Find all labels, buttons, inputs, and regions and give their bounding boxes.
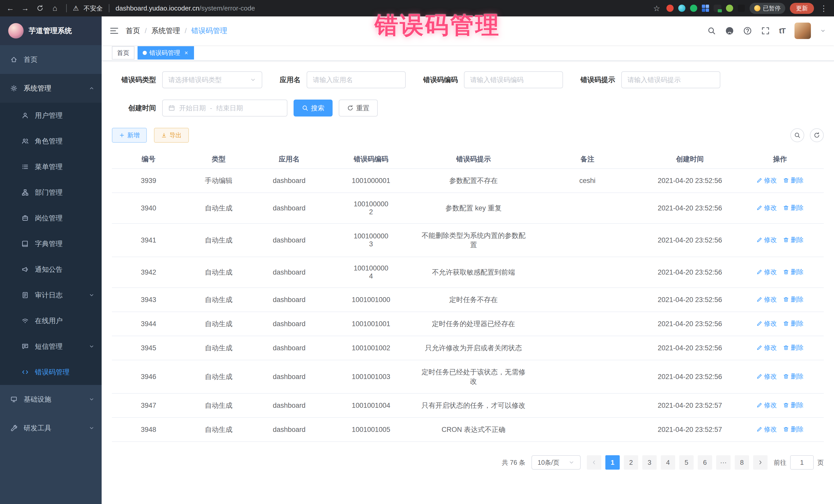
paused-badge[interactable]: 已暂停 xyxy=(750,3,785,14)
sidebar-item-online-user[interactable]: 在线用户 xyxy=(0,308,102,334)
extension-icon[interactable] xyxy=(690,5,697,12)
edit-button[interactable]: 修改 xyxy=(756,268,777,276)
extension-icon[interactable] xyxy=(678,5,685,12)
back-icon[interactable]: ← xyxy=(5,4,15,13)
chevron-down-icon[interactable] xyxy=(820,28,826,34)
extension-icon[interactable] xyxy=(702,5,709,12)
user-avatar[interactable] xyxy=(794,23,811,39)
goto-page-input[interactable] xyxy=(790,455,814,469)
sidebar-item-dict[interactable]: 字典管理 xyxy=(0,231,102,257)
prev-page-button[interactable] xyxy=(587,455,601,469)
edit-button[interactable]: 修改 xyxy=(756,203,777,212)
browser-chrome: ← → ⌂ ⚠ 不安全 dashboard.yudao.iocoder.cn/s… xyxy=(0,0,834,17)
error-hint-input[interactable] xyxy=(628,76,714,84)
cell-app: dashboard xyxy=(252,312,326,336)
delete-button[interactable]: 删除 xyxy=(783,319,804,328)
update-button[interactable]: 更新 xyxy=(790,3,814,14)
page-button[interactable]: 6 xyxy=(698,455,712,469)
cell-app: dashboard xyxy=(252,193,326,223)
question-icon[interactable] xyxy=(743,26,752,35)
sidebar-item-user[interactable]: 用户管理 xyxy=(0,103,102,128)
delete-button[interactable]: 删除 xyxy=(783,425,804,434)
delete-button[interactable]: 删除 xyxy=(783,343,804,352)
sidebar-item-post[interactable]: 岗位管理 xyxy=(0,205,102,231)
delete-button[interactable]: 删除 xyxy=(783,176,804,184)
page-button[interactable]: 3 xyxy=(642,455,657,469)
extension-icon[interactable] xyxy=(666,5,674,12)
date-range-picker[interactable]: 开始日期 - 结束日期 xyxy=(162,100,287,116)
fullscreen-icon[interactable] xyxy=(761,26,770,35)
table-row: 3944自动生成dashboard1001001001定时任务的处理器已经存在2… xyxy=(112,312,824,336)
export-button[interactable]: 导出 xyxy=(154,128,189,143)
toggle-search-button[interactable] xyxy=(790,128,804,142)
sidebar-item-home[interactable]: 首页 xyxy=(0,45,102,74)
delete-button[interactable]: 删除 xyxy=(783,401,804,409)
field-error-type: 错误码类型 请选择错误码类型 xyxy=(112,71,262,88)
address-bar[interactable]: dashboard.yudao.iocoder.cn/system/error-… xyxy=(115,4,647,12)
total-count: 共 76 条 xyxy=(502,458,525,467)
cell-time: 2021-04-20 23:52:56 xyxy=(643,223,736,257)
delete-button[interactable]: 删除 xyxy=(783,236,804,244)
github-icon[interactable] xyxy=(725,26,734,35)
sidebar-item-dept[interactable]: 部门管理 xyxy=(0,180,102,205)
hamburger-icon[interactable] xyxy=(110,27,118,35)
delete-button[interactable]: 删除 xyxy=(783,372,804,380)
app-name-input[interactable] xyxy=(313,76,399,84)
sidebar-item-dev-tools[interactable]: 研发工具 xyxy=(0,414,102,442)
sidebar-item-audit-log[interactable]: 审计日志 xyxy=(0,282,102,308)
delete-button[interactable]: 删除 xyxy=(783,295,804,304)
edit-button[interactable]: 修改 xyxy=(756,425,777,434)
close-icon[interactable] xyxy=(184,50,189,56)
page-button[interactable]: 5 xyxy=(679,455,694,469)
breadcrumb-system[interactable]: 系统管理 xyxy=(151,26,180,36)
tag-home[interactable]: 首页 xyxy=(112,46,134,60)
bookmark-star-icon[interactable]: ☆ xyxy=(652,4,662,13)
edit-button[interactable]: 修改 xyxy=(756,401,777,409)
table-body: 3939手动编辑dashboard1001000001参数配置不存在ceshi2… xyxy=(112,169,824,442)
sidebar-item-system[interactable]: 系统管理 xyxy=(0,74,102,103)
extension-icon[interactable] xyxy=(714,5,721,12)
sidebar-item-menu[interactable]: 菜单管理 xyxy=(0,154,102,180)
cell-app: dashboard xyxy=(252,257,326,288)
search-icon[interactable] xyxy=(707,26,716,35)
edit-button[interactable]: 修改 xyxy=(756,295,777,304)
page-button[interactable]: 1 xyxy=(605,455,620,469)
delete-button[interactable]: 删除 xyxy=(783,268,804,276)
browser-home-icon[interactable]: ⌂ xyxy=(50,4,60,13)
edit-button[interactable]: 修改 xyxy=(756,236,777,244)
reset-button[interactable]: 重置 xyxy=(339,100,378,116)
app-logo[interactable]: 芋道管理系统 xyxy=(0,17,102,45)
sidebar-item-notice[interactable]: 通知公告 xyxy=(0,257,102,282)
breadcrumb-home[interactable]: 首页 xyxy=(126,26,140,36)
cell-code: 100100000 2 xyxy=(326,193,416,223)
sidebar-item-infra[interactable]: 基础设施 xyxy=(0,385,102,414)
error-code-input[interactable] xyxy=(470,76,557,84)
add-button[interactable]: 新增 xyxy=(112,128,147,143)
extension-icon[interactable] xyxy=(726,5,733,12)
browser-menu-icon[interactable]: ⋮ xyxy=(819,4,829,13)
forward-icon[interactable]: → xyxy=(20,4,30,13)
page-size-select[interactable]: 10条/页 xyxy=(531,455,581,469)
search-button[interactable]: 搜索 xyxy=(293,100,333,116)
cell-actions: 修改删除 xyxy=(736,288,824,312)
delete-button[interactable]: 删除 xyxy=(783,203,804,212)
edit-button[interactable]: 修改 xyxy=(756,372,777,380)
security-label[interactable]: 不安全 xyxy=(83,4,103,13)
pin-extension-icon[interactable] xyxy=(738,5,745,12)
sidebar-item-role[interactable]: 角色管理 xyxy=(0,128,102,154)
error-type-select[interactable]: 请选择错误码类型 xyxy=(162,71,262,88)
tag-error-code[interactable]: 错误码管理 xyxy=(137,46,194,60)
edit-button[interactable]: 修改 xyxy=(756,343,777,352)
reload-icon[interactable] xyxy=(35,5,45,12)
sidebar-item-sms[interactable]: 短信管理 xyxy=(0,334,102,359)
refresh-table-button[interactable] xyxy=(810,128,824,142)
edit-button[interactable]: 修改 xyxy=(756,319,777,328)
font-size-icon[interactable]: tT xyxy=(779,26,785,35)
next-page-button[interactable] xyxy=(753,455,768,469)
page-button[interactable]: 4 xyxy=(661,455,675,469)
sidebar-item-error-code[interactable]: 错误码管理 xyxy=(0,359,102,385)
pager-ellipsis[interactable]: ··· xyxy=(716,455,730,469)
edit-button[interactable]: 修改 xyxy=(756,176,777,184)
page-button[interactable]: 2 xyxy=(624,455,638,469)
page-button[interactable]: 8 xyxy=(735,455,749,469)
